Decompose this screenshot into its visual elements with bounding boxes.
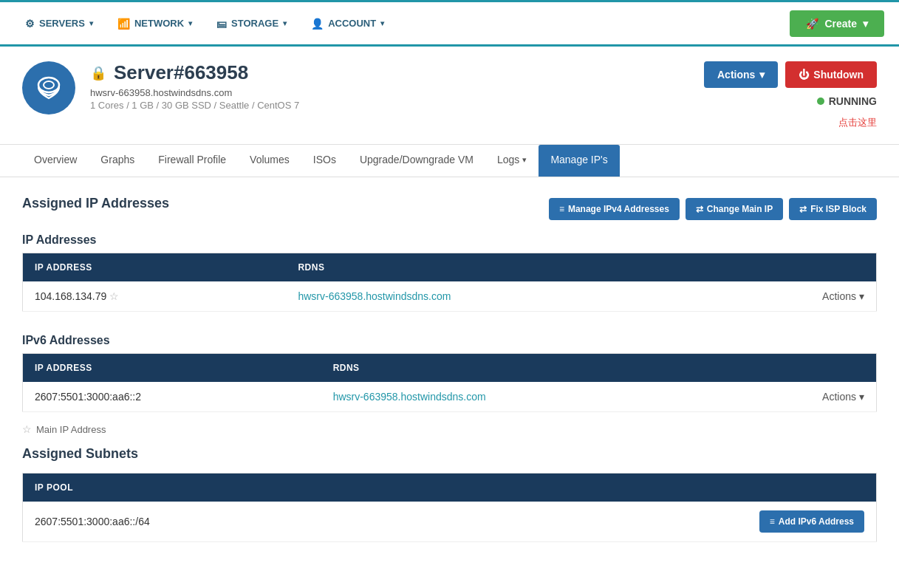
nav-account[interactable]: 👤 ACCOUNT ▾ — [301, 12, 394, 35]
svg-point-0 — [38, 78, 59, 92]
footnote-text: Main IP Address — [36, 424, 106, 435]
status-text: RUNNING — [829, 95, 877, 107]
manage-ipv4-label: Manage IPv4 Addresses — [568, 204, 669, 214]
assigned-ips-header: Assigned IP Addresses ≡ Manage IPv4 Addr… — [22, 196, 877, 222]
change-main-ip-label: Change Main IP — [707, 204, 773, 214]
assigned-ips-title: Assigned IP Addresses — [22, 196, 169, 211]
actions-label: Actions — [717, 69, 755, 81]
hint-text: 点击这里 — [838, 116, 877, 129]
tab-overview[interactable]: Overview — [22, 145, 89, 177]
main-content: Assigned IP Addresses ≡ Manage IPv4 Addr… — [0, 177, 899, 561]
chevron-down-icon: ▾ — [859, 290, 864, 302]
subnets-header-row: IP POOL — [23, 474, 877, 502]
rdns-link[interactable]: hwsrv-663958.hostwindsdns.com — [298, 290, 451, 302]
nav-account-label: ACCOUNT — [328, 18, 376, 29]
navbar: ⚙ SERVERS ▾ 📶 NETWORK ▾ 🖴 STORAGE ▾ 👤 AC… — [0, 2, 899, 47]
change-main-ip-button[interactable]: ⇄ Change Main IP — [686, 198, 783, 220]
network-icon: 📶 — [117, 18, 130, 30]
nav-network[interactable]: 📶 NETWORK ▾ — [107, 12, 202, 35]
servers-icon: ⚙ — [25, 18, 35, 30]
chevron-down-icon: ▾ — [89, 19, 93, 27]
server-specs: 1 Cores / 1 GB / 30 GB SSD / Seattle / C… — [90, 100, 704, 111]
account-icon: 👤 — [311, 18, 324, 30]
tab-isos[interactable]: ISOs — [301, 145, 348, 177]
chevron-down-icon: ▾ — [188, 19, 192, 27]
ipv6-address-col-header: IP ADDRESS — [23, 354, 321, 383]
nav-network-label: NETWORK — [134, 18, 184, 29]
server-hostname: hwsrv-663958.hostwindsdns.com — [90, 87, 704, 98]
fix-icon: ⇄ — [799, 204, 807, 214]
fix-isp-label: Fix ISP Block — [810, 204, 866, 214]
server-name-heading: Server#663958 — [114, 61, 248, 84]
tab-volumes[interactable]: Volumes — [238, 145, 301, 177]
manage-ipv4-button[interactable]: ≡ Manage IPv4 Addresses — [549, 198, 680, 220]
chevron-down-icon: ▾ — [522, 155, 527, 165]
shutdown-button[interactable]: ⏻ Shutdown — [785, 61, 877, 88]
ipv6-address-cell: 2607:5501:3000:aa6::2 — [23, 382, 321, 412]
row-actions-label: Actions — [822, 290, 856, 302]
subnets-table: IP POOL 2607:5501:3000:aa6::/64 ≡ Add IP… — [22, 473, 877, 542]
nav-servers-label: SERVERS — [39, 18, 85, 29]
ip-table-header-row: IP ADDRESS RDNS — [23, 253, 877, 282]
ip-addresses-table: IP ADDRESS RDNS 104.168.134.79 ☆ hwsrv-6… — [22, 253, 877, 312]
ip-value: 104.168.134.79 — [35, 290, 106, 302]
add-ipv6-label: Add IPv6 Address — [779, 516, 854, 527]
actions-col-header — [716, 253, 877, 282]
ipv6-rdns-cell: hwsrv-663958.hostwindsdns.com — [321, 382, 725, 412]
status-dot — [817, 98, 824, 105]
actions-row: Actions ▾ ⏻ Shutdown — [704, 61, 877, 88]
nav-storage-label: STORAGE — [231, 18, 278, 29]
lock-icon: 🔒 — [90, 65, 106, 81]
list-icon: ≡ — [559, 204, 564, 214]
ip-pool-col-header: IP POOL — [23, 474, 877, 502]
table-row: 2607:5501:3000:aa6::2 hwsrv-663958.hostw… — [23, 382, 877, 412]
ipv6-value: 2607:5501:3000:aa6::2 — [35, 391, 141, 403]
ip-addresses-subtitle: IP Addresses — [22, 233, 877, 247]
power-icon: ⏻ — [799, 69, 809, 81]
row-actions-button[interactable]: Actions ▾ — [822, 290, 864, 302]
storage-icon: 🖴 — [216, 18, 227, 30]
tab-logs[interactable]: Logs ▾ — [485, 145, 539, 177]
footnote: ☆ Main IP Address — [22, 423, 877, 435]
ipv6-row-actions-button[interactable]: Actions ▾ — [822, 391, 864, 403]
row-actions-cell: Actions ▾ — [716, 281, 877, 312]
subnet-cell: 2607:5501:3000:aa6::/64 ≡ Add IPv6 Addre… — [23, 502, 877, 542]
tab-manage-ips[interactable]: Manage IP's — [539, 145, 619, 177]
fix-isp-block-button[interactable]: ⇄ Fix ISP Block — [789, 198, 877, 220]
rdns-cell: hwsrv-663958.hostwindsdns.com — [286, 281, 715, 312]
table-row: 104.168.134.79 ☆ hwsrv-663958.hostwindsd… — [23, 281, 877, 312]
chevron-down-icon: ▾ — [863, 18, 868, 30]
shutdown-label: Shutdown — [813, 69, 864, 81]
tab-firewall-profile[interactable]: Firewall Profile — [146, 145, 238, 177]
content: 🔒 Server#663958 hwsrv-663958.hostwindsdn… — [0, 47, 899, 588]
ip-address-cell: 104.168.134.79 ☆ — [23, 281, 287, 312]
ipv6-table-header-row: IP ADDRESS RDNS — [23, 354, 877, 383]
ipv6-row-actions-cell: Actions ▾ — [725, 382, 877, 412]
svg-point-1 — [44, 81, 54, 89]
ipv6-rdns-link[interactable]: hwsrv-663958.hostwindsdns.com — [333, 391, 486, 403]
ipv6-addresses-table: IP ADDRESS RDNS 2607:5501:3000:aa6::2 hw… — [22, 353, 877, 412]
ipv6-actions-col-header — [725, 354, 877, 383]
nav-storage[interactable]: 🖴 STORAGE ▾ — [206, 12, 297, 35]
server-header: 🔒 Server#663958 hwsrv-663958.hostwindsdn… — [0, 47, 899, 145]
server-avatar — [22, 61, 75, 114]
table-row: 2607:5501:3000:aa6::/64 ≡ Add IPv6 Addre… — [23, 502, 877, 542]
create-button[interactable]: 🚀 Create ▾ — [790, 10, 884, 37]
subnet-row-content: 2607:5501:3000:aa6::/64 ≡ Add IPv6 Addre… — [35, 510, 864, 533]
actions-button[interactable]: Actions ▾ — [704, 61, 778, 88]
list-icon: ≡ — [770, 516, 775, 527]
tab-upgrade-downgrade[interactable]: Upgrade/Downgrade VM — [348, 145, 485, 177]
ip-action-buttons: ≡ Manage IPv4 Addresses ⇄ Change Main IP… — [549, 198, 877, 220]
change-icon: ⇄ — [696, 204, 703, 214]
ip-address-col-header: IP ADDRESS — [23, 253, 287, 282]
tab-graphs[interactable]: Graphs — [89, 145, 146, 177]
add-ipv6-button[interactable]: ≡ Add IPv6 Address — [759, 510, 864, 533]
star-icon[interactable]: ☆ — [109, 290, 119, 302]
tabs-bar: Overview Graphs Firewall Profile Volumes… — [0, 145, 899, 177]
nav-servers[interactable]: ⚙ SERVERS ▾ — [15, 12, 103, 35]
chevron-down-icon: ▾ — [759, 69, 765, 81]
nav-items: ⚙ SERVERS ▾ 📶 NETWORK ▾ 🖴 STORAGE ▾ 👤 AC… — [15, 12, 790, 35]
server-actions-panel: Actions ▾ ⏻ Shutdown RUNNING 点击这里 — [704, 61, 877, 129]
rdns-col-header: RDNS — [286, 253, 715, 282]
rocket-icon: 🚀 — [806, 18, 818, 30]
